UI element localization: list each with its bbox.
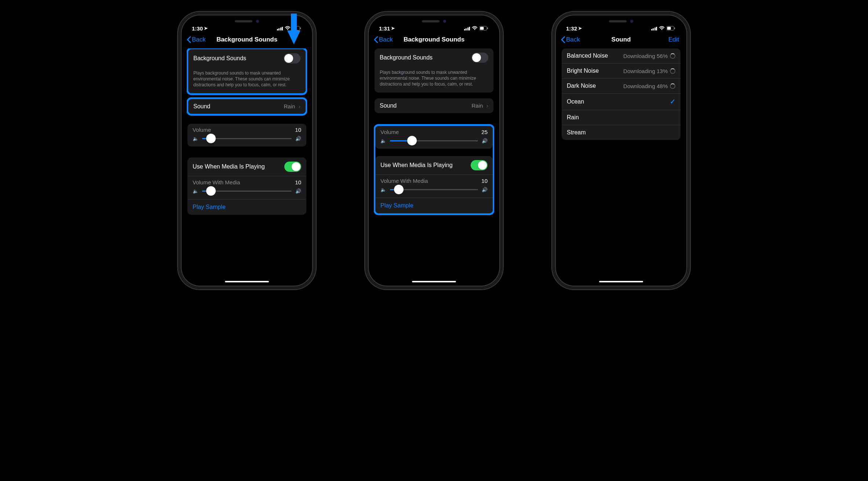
background-sounds-toggle-row[interactable]: Background Sounds <box>188 49 306 68</box>
sound-item-name: Ocean <box>567 98 584 105</box>
media-toggle-row[interactable]: Use When Media Is Playing <box>187 158 306 176</box>
volume-row: Volume 25 🔈 🔊 <box>375 126 493 149</box>
media-switch[interactable] <box>284 162 301 172</box>
volume-low-icon: 🔈 <box>380 138 386 144</box>
svg-rect-7 <box>487 27 488 29</box>
volume-low-icon: 🔈 <box>193 136 198 141</box>
phone-screenshot-2: 1:31 ➤ Back Background Sounds Background… <box>368 15 500 286</box>
status-time: 1:31 <box>379 25 390 32</box>
chevron-left-icon <box>187 36 191 43</box>
sound-item-name: Balanced Noise <box>567 53 608 59</box>
media-volume-row: Volume With Media 10 🔈 🔊 <box>187 176 306 199</box>
media-volume-label: Volume With Media <box>380 178 428 184</box>
sound-item[interactable]: Dark NoiseDownloading 48% <box>562 78 681 93</box>
sound-value: Rain <box>284 103 295 109</box>
media-volume-value: 10 <box>295 179 301 185</box>
volume-value: 10 <box>295 127 301 133</box>
phone-screenshot-1: 1:30 ➤ Back Background Sounds Background… <box>181 15 313 286</box>
home-indicator[interactable] <box>599 281 643 282</box>
sound-row[interactable]: Sound Rain › <box>375 98 493 113</box>
edit-button[interactable]: Edit <box>657 36 679 43</box>
volume-high-icon: 🔊 <box>295 188 301 194</box>
sound-item[interactable]: Stream <box>562 125 681 140</box>
page-title: Background Sounds <box>404 36 464 43</box>
status-time: 1:30 <box>192 25 203 32</box>
volume-low-icon: 🔈 <box>193 188 198 194</box>
toggle-label: Background Sounds <box>193 55 246 62</box>
checkmark-icon: ✓ <box>670 98 675 106</box>
download-status: Downloading 13% <box>623 68 668 74</box>
svg-rect-6 <box>480 27 484 30</box>
sound-item-name: Bright Noise <box>567 68 599 74</box>
media-group: Use When Media Is Playing Volume With Me… <box>187 158 306 215</box>
cellular-icon <box>651 26 657 30</box>
svg-rect-10 <box>674 27 675 29</box>
volume-label: Volume <box>380 129 399 135</box>
home-indicator[interactable] <box>412 281 456 282</box>
media-toggle-label: Use When Media Is Playing <box>193 163 265 170</box>
highlight-annotation: Volume 25 🔈 🔊 Use When Media Is <box>374 124 494 215</box>
sound-item[interactable]: Rain <box>562 110 681 125</box>
media-volume-row: Volume With Media 10 🔈 🔊 <box>375 174 493 198</box>
download-status: Downloading 48% <box>623 83 668 89</box>
media-switch[interactable] <box>471 160 488 170</box>
description-text: Plays background sounds to mask unwanted… <box>375 67 493 93</box>
battery-icon <box>667 25 675 32</box>
home-indicator[interactable] <box>225 281 269 282</box>
highlight-annotation-1: Background Sounds Plays background sound… <box>187 48 307 95</box>
sound-item-name: Rain <box>567 114 579 121</box>
sound-item[interactable]: Bright NoiseDownloading 13% <box>562 63 681 78</box>
sound-item-name: Stream <box>567 129 586 136</box>
play-sample-button[interactable]: Play Sample <box>375 198 493 213</box>
toggle-label: Background Sounds <box>380 54 433 61</box>
description-text: Plays background sounds to mask unwanted… <box>188 68 306 93</box>
sound-item-name: Dark Noise <box>567 83 596 89</box>
sound-label: Sound <box>380 102 397 109</box>
media-volume-label: Volume With Media <box>193 179 240 185</box>
play-sample-button[interactable]: Play Sample <box>187 199 306 215</box>
volume-high-icon: 🔊 <box>482 187 488 192</box>
chevron-left-icon <box>561 36 565 43</box>
back-label: Back <box>379 36 393 43</box>
background-sounds-switch[interactable] <box>471 53 488 63</box>
sound-item[interactable]: Balanced NoiseDownloading 56% <box>562 48 681 63</box>
sound-item[interactable]: Ocean✓ <box>562 93 681 110</box>
notch <box>556 20 686 23</box>
nav-header: Back Background Sounds <box>374 33 494 48</box>
media-volume-slider[interactable] <box>202 191 292 192</box>
status-time: 1:32 <box>566 25 577 32</box>
volume-slider[interactable] <box>202 138 292 139</box>
back-label: Back <box>566 36 580 43</box>
arrow-annotation-icon <box>286 14 302 45</box>
notch <box>369 20 499 23</box>
spinner-icon <box>670 53 675 59</box>
phone-screenshot-3: 1:32 ➤ Back Sound Edit Balanced NoiseDow… <box>555 15 687 286</box>
media-volume-slider[interactable] <box>390 189 478 190</box>
page-title: Background Sounds <box>216 36 277 43</box>
svg-rect-3 <box>291 14 297 31</box>
background-sounds-toggle-row[interactable]: Background Sounds <box>375 48 493 67</box>
sound-row[interactable]: Sound Rain › <box>188 99 306 114</box>
volume-label: Volume <box>193 127 211 133</box>
highlight-annotation-2: Sound Rain › <box>187 97 307 116</box>
back-button[interactable]: Back <box>561 36 583 43</box>
volume-slider[interactable] <box>390 140 478 141</box>
media-volume-value: 10 <box>481 178 488 184</box>
volume-high-icon: 🔊 <box>295 136 301 141</box>
back-button[interactable]: Back <box>374 36 396 43</box>
media-toggle-label: Use When Media Is Playing <box>380 162 453 169</box>
sound-label: Sound <box>193 103 210 110</box>
background-sounds-switch[interactable] <box>284 53 300 64</box>
cellular-icon <box>277 26 283 30</box>
media-toggle-row[interactable]: Use When Media Is Playing <box>375 156 493 174</box>
volume-high-icon: 🔊 <box>482 138 488 144</box>
volume-low-icon: 🔈 <box>380 187 386 192</box>
chevron-right-icon: › <box>486 103 488 109</box>
status-bar: 1:32 ➤ <box>561 21 681 33</box>
volume-group: Volume 10 🔈 🔊 <box>187 124 306 147</box>
chevron-right-icon: › <box>299 104 300 109</box>
sound-list: Balanced NoiseDownloading 56%Bright Nois… <box>562 48 681 140</box>
battery-icon <box>479 25 488 32</box>
download-status: Downloading 56% <box>623 53 668 59</box>
back-button[interactable]: Back <box>187 36 209 43</box>
